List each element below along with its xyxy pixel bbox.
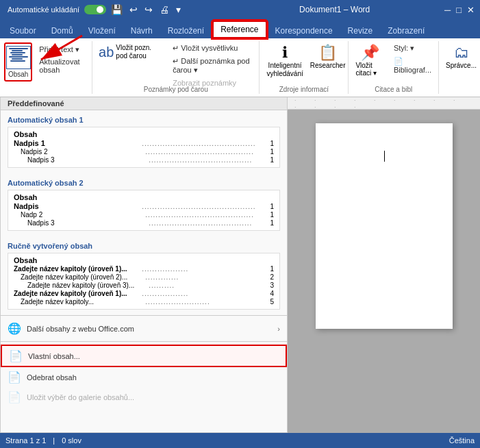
vlozit-citaci-button[interactable]: 📌 Vložit citaci ▾ xyxy=(353,42,387,78)
bibliografie-label: 📄 Bibliograf... xyxy=(394,57,431,74)
aktualizovat-button[interactable]: Aktualizovat obsah xyxy=(36,56,88,75)
tab-zobrazeni[interactable]: Zobrazení xyxy=(381,23,431,38)
title-bar: Automatické ukládání 💾 ↩ ↪ 🖨 ▾ Dokument1… xyxy=(0,0,480,19)
obsah-small-buttons: Přidat text ▾ Aktualizovat obsah xyxy=(36,42,88,75)
save-icon[interactable]: 💾 xyxy=(109,3,125,16)
tab-domu[interactable]: Domů xyxy=(45,23,80,38)
toc3-row-0: Zadejte název kapitoly (úroveň 1)... ...… xyxy=(14,265,274,273)
window-controls[interactable]: ─ □ ✕ xyxy=(444,5,475,15)
bibliografie-button[interactable]: 📄 Bibliograf... xyxy=(391,55,434,75)
ribbon-group-spravce: 🗂 Správce... xyxy=(439,41,480,94)
vlastni-obsah-label: Vlastní obsah... xyxy=(28,352,80,360)
toc1-num-2: 1 xyxy=(270,156,274,164)
tab-soubor[interactable]: Soubor xyxy=(3,23,43,38)
dalsi-obsahy-item[interactable]: 🌐 Další obsahy z webu Office.com xyxy=(1,319,287,338)
toc2-preview[interactable]: Obsah Nadpis ...........................… xyxy=(8,190,280,231)
minimize-btn[interactable]: ─ xyxy=(444,5,451,15)
researcher-button[interactable]: 📋 Researcher xyxy=(307,42,349,71)
toc3-text-3: Zadejte název kapitoly (úroveň 1)... xyxy=(14,290,140,297)
tab-navrh[interactable]: Návrh xyxy=(124,23,160,38)
vlastni-obsah-icon: 📄 xyxy=(9,349,23,362)
toc1-dots-0: ........................................… xyxy=(142,140,268,147)
toc2-dots-1: ........................................… xyxy=(145,211,268,219)
maximize-btn[interactable]: □ xyxy=(456,5,462,15)
researcher-label: Researcher xyxy=(310,62,346,69)
redo-icon[interactable]: ↪ xyxy=(142,3,155,16)
title-bar-left: Automatické ukládání 💾 ↩ ↪ 🖨 ▾ xyxy=(5,3,225,16)
spravce-buttons: 🗂 Správce... xyxy=(443,42,479,92)
ribbon-group-zdroje: ℹ Inteligentnívyhledávání 📋 Researcher Z… xyxy=(260,41,349,94)
doc-page xyxy=(316,123,453,329)
toc3-dots-4: ......................... xyxy=(145,298,268,306)
tab-vlozeni[interactable]: Vložení xyxy=(81,23,123,38)
language: Čeština xyxy=(449,436,475,445)
dalsi-obsahy-icon: 🌐 xyxy=(8,322,21,335)
toc3-num-4: 5 xyxy=(270,298,274,306)
spravce-button[interactable]: 🗂 Správce... xyxy=(443,42,479,71)
window-title: Dokument1 – Word xyxy=(225,5,444,14)
toc1-dots-1: ........................................… xyxy=(145,148,268,155)
toc1-row-0: Nadpis 1 ...............................… xyxy=(14,139,274,147)
toc2-dots-0: ........................................… xyxy=(142,203,268,210)
tab-revize[interactable]: Revize xyxy=(341,23,380,38)
ruler: · · · · · · · · · · · · · xyxy=(288,97,480,110)
toc3-dots-1: ............. xyxy=(145,273,268,281)
inteligentni-icon: ℹ xyxy=(282,44,288,62)
toc3-heading-row: Obsah xyxy=(14,256,274,264)
icon-line2 xyxy=(12,50,23,51)
pridat-text-button[interactable]: Přidat text ▾ xyxy=(36,44,88,55)
ulozit-vyberu-item[interactable]: 📄 Uložit výběr do galerie obsahů... xyxy=(1,387,287,407)
toc3-text-4: Zadejte název kapitoly... xyxy=(14,298,144,306)
styl-label: Styl: ▾ xyxy=(394,44,414,53)
toc3-preview[interactable]: Obsah Zadejte název kapitoly (úroveň 1).… xyxy=(8,253,280,310)
vlozit-pozn-button[interactable]: ab Vložit pozn. pod čarou xyxy=(97,42,166,62)
vlastni-obsah-item[interactable]: 📄 Vlastní obsah... xyxy=(1,345,287,367)
styl-button[interactable]: Styl: ▾ xyxy=(391,42,434,54)
inteligentni-button[interactable]: ℹ Inteligentnívyhledávání xyxy=(264,42,305,79)
obsah-button[interactable]: Obsah xyxy=(4,42,32,82)
tab-rozlozeni[interactable]: Rozložení xyxy=(161,23,211,38)
odebrat-label: Odebrat obsah xyxy=(27,373,77,382)
ribbon-group-citace: 📌 Vložit citaci ▾ Styl: ▾ 📄 Bibliograf..… xyxy=(349,41,439,94)
toc2-text-0: Nadpis xyxy=(14,202,140,210)
ribbon: Obsah Přidat text ▾ Aktualizovat obsah a… xyxy=(0,38,480,97)
toc-dropdown-panel: Předdefinované Automatický obsah 1 Obsah… xyxy=(0,97,288,433)
autosave-toggle[interactable] xyxy=(84,5,106,14)
print-icon[interactable]: 🖨 xyxy=(157,3,171,16)
toc3-heading: Obsah xyxy=(14,256,274,264)
toc3-row-2: Zadejte název kapitoly (úroveň 3)... ...… xyxy=(14,282,274,289)
poznamky-label: Poznámky pod čarou xyxy=(92,86,259,94)
toc3-num-3: 4 xyxy=(270,290,274,297)
inteligentni-label: Inteligentnívyhledávání xyxy=(266,62,303,78)
toc2-dots-2: ........................................ xyxy=(149,219,268,227)
close-btn[interactable]: ✕ xyxy=(467,5,475,15)
icon-line1 xyxy=(9,48,28,49)
main-area: Předdefinované Automatický obsah 1 Obsah… xyxy=(0,97,480,433)
tab-reference[interactable]: Reference xyxy=(212,21,266,38)
toc2-num-0: 1 xyxy=(270,203,274,210)
toc2-heading-row: Obsah xyxy=(14,193,274,201)
toc1-text-2: Nadpis 3 xyxy=(14,156,147,164)
toc3-text-0: Zadejte název kapitoly (úroveň 1)... xyxy=(14,265,140,273)
dalsi-poznamka-button[interactable]: ↵ Další poznámka pod čarou ▾ xyxy=(170,55,255,76)
toc1-title: Automatický obsah 1 xyxy=(8,116,280,124)
toc3-text-1: Zadejte název kapitoly (úroveň 2)... xyxy=(14,273,144,281)
obsah-buttons: Obsah Přidat text ▾ Aktualizovat obsah xyxy=(4,42,88,92)
divider1 xyxy=(1,315,287,316)
odebrat-item[interactable]: 📄 Odebrat obsah xyxy=(1,367,287,387)
toc1-row-2: Nadpis 3 ...............................… xyxy=(14,156,274,164)
tab-korespondence[interactable]: Korespondence xyxy=(268,23,340,38)
document-area: · · · · · · · · · · · · · xyxy=(288,97,480,433)
toc1-preview[interactable]: Obsah Nadpis 1 .........................… xyxy=(8,127,280,168)
vlozit-vysvetlivku-button[interactable]: ↵ Vložit vysvětlivku xyxy=(170,42,255,54)
toc1-heading-row: Obsah xyxy=(14,130,274,138)
spravce-icon: 🗂 xyxy=(454,44,469,62)
toc3-row-1: Zadejte název kapitoly (úroveň 2)... ...… xyxy=(14,273,274,281)
undo-icon[interactable]: ↩ xyxy=(127,3,140,16)
ribbon-tab-bar: Soubor Domů Vložení Návrh Rozložení Refe… xyxy=(0,19,480,38)
more-icon[interactable]: ▾ xyxy=(174,3,183,16)
obsah-label: Obsah xyxy=(8,71,28,78)
toc3-dots-2: .......... xyxy=(149,282,268,289)
toc3-title: Ručně vytvořený obsah xyxy=(8,242,280,250)
ulozit-label: Uložit výběr do galerie obsahů... xyxy=(27,393,134,401)
